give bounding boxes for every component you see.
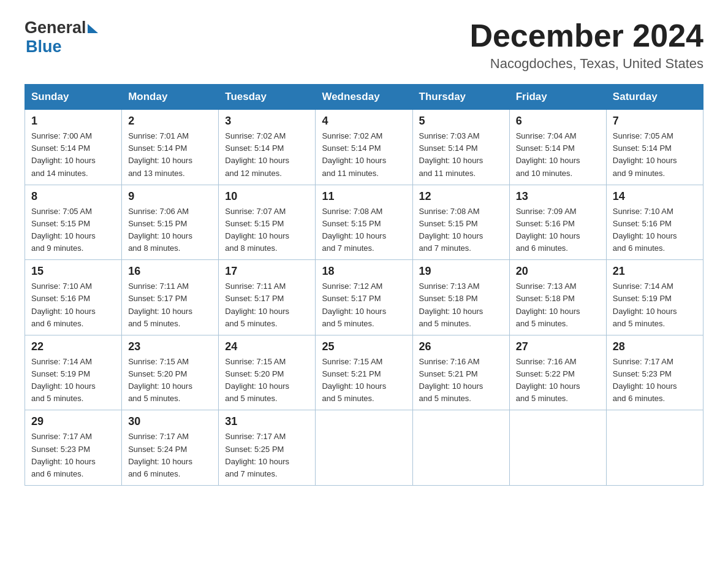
calendar-cell: 18 Sunrise: 7:12 AMSunset: 5:17 PMDaylig… [316,260,412,335]
calendar-cell: 16 Sunrise: 7:11 AMSunset: 5:17 PMDaylig… [122,260,219,335]
calendar-cell: 24 Sunrise: 7:15 AMSunset: 5:20 PMDaylig… [219,335,316,410]
calendar-cell: 23 Sunrise: 7:15 AMSunset: 5:20 PMDaylig… [122,335,219,410]
day-number: 8 [31,190,115,203]
calendar-cell: 1 Sunrise: 7:00 AMSunset: 5:14 PMDayligh… [25,110,122,185]
calendar-cell: 11 Sunrise: 7:08 AMSunset: 5:15 PMDaylig… [316,185,412,260]
header-thursday: Thursday [412,85,509,110]
week-row-5: 29 Sunrise: 7:17 AMSunset: 5:23 PMDaylig… [25,410,703,486]
calendar-cell: 29 Sunrise: 7:17 AMSunset: 5:23 PMDaylig… [25,410,122,486]
calendar-cell: 20 Sunrise: 7:13 AMSunset: 5:18 PMDaylig… [509,260,606,335]
day-number: 20 [516,265,600,278]
calendar-cell: 5 Sunrise: 7:03 AMSunset: 5:14 PMDayligh… [412,110,509,185]
calendar-cell: 8 Sunrise: 7:05 AMSunset: 5:15 PMDayligh… [25,185,122,260]
day-number: 19 [419,265,503,278]
day-info: Sunrise: 7:05 AMSunset: 5:15 PMDaylight:… [31,207,96,253]
calendar-header-row: SundayMondayTuesdayWednesdayThursdayFrid… [25,85,703,110]
header-saturday: Saturday [606,85,703,110]
day-info: Sunrise: 7:08 AMSunset: 5:15 PMDaylight:… [322,207,386,253]
calendar-cell: 13 Sunrise: 7:09 AMSunset: 5:16 PMDaylig… [509,185,606,260]
calendar-cell: 3 Sunrise: 7:02 AMSunset: 5:14 PMDayligh… [219,110,316,185]
calendar-cell: 10 Sunrise: 7:07 AMSunset: 5:15 PMDaylig… [219,185,316,260]
day-info: Sunrise: 7:17 AMSunset: 5:25 PMDaylight:… [225,432,289,478]
day-number: 21 [613,265,697,278]
calendar-cell: 4 Sunrise: 7:02 AMSunset: 5:14 PMDayligh… [316,110,412,185]
calendar-cell: 14 Sunrise: 7:10 AMSunset: 5:16 PMDaylig… [606,185,703,260]
calendar-cell [316,410,412,486]
day-number: 11 [322,190,406,203]
day-number: 1 [31,115,115,128]
title-area: December 2024 Nacogdoches, Texas, United… [469,18,703,72]
day-info: Sunrise: 7:09 AMSunset: 5:16 PMDaylight:… [516,207,580,253]
logo-general-text: General [25,18,86,37]
day-info: Sunrise: 7:10 AMSunset: 5:16 PMDaylight:… [613,207,677,253]
day-info: Sunrise: 7:11 AMSunset: 5:17 PMDaylight:… [225,282,289,327]
calendar-cell: 7 Sunrise: 7:05 AMSunset: 5:14 PMDayligh… [606,110,703,185]
day-number: 31 [225,415,309,428]
day-info: Sunrise: 7:08 AMSunset: 5:15 PMDaylight:… [419,207,483,253]
day-number: 7 [613,115,697,128]
day-info: Sunrise: 7:15 AMSunset: 5:20 PMDaylight:… [225,357,289,403]
header-wednesday: Wednesday [316,85,412,110]
week-row-4: 22 Sunrise: 7:14 AMSunset: 5:19 PMDaylig… [25,335,703,410]
location-title: Nacogdoches, Texas, United States [469,56,703,72]
day-number: 2 [128,115,212,128]
logo: General Blue [25,18,98,56]
day-info: Sunrise: 7:01 AMSunset: 5:14 PMDaylight:… [128,131,192,177]
day-info: Sunrise: 7:11 AMSunset: 5:17 PMDaylight:… [128,282,192,327]
calendar-cell [412,410,509,486]
header-sunday: Sunday [25,85,122,110]
calendar-cell: 15 Sunrise: 7:10 AMSunset: 5:16 PMDaylig… [25,260,122,335]
day-number: 12 [419,190,503,203]
header-monday: Monday [122,85,219,110]
day-number: 5 [419,115,503,128]
day-info: Sunrise: 7:03 AMSunset: 5:14 PMDaylight:… [419,131,483,177]
day-info: Sunrise: 7:04 AMSunset: 5:14 PMDaylight:… [516,131,580,177]
day-number: 9 [128,190,212,203]
page-header: General Blue December 2024 Nacogdoches, … [25,18,703,72]
header-friday: Friday [509,85,606,110]
calendar-cell: 27 Sunrise: 7:16 AMSunset: 5:22 PMDaylig… [509,335,606,410]
day-number: 26 [419,340,503,353]
calendar-cell [606,410,703,486]
logo-triangle-icon [88,24,98,33]
day-number: 15 [31,265,115,278]
day-number: 18 [322,265,406,278]
day-info: Sunrise: 7:02 AMSunset: 5:14 PMDaylight:… [322,131,386,177]
calendar-cell: 31 Sunrise: 7:17 AMSunset: 5:25 PMDaylig… [219,410,316,486]
calendar-cell: 12 Sunrise: 7:08 AMSunset: 5:15 PMDaylig… [412,185,509,260]
calendar-cell: 22 Sunrise: 7:14 AMSunset: 5:19 PMDaylig… [25,335,122,410]
day-number: 3 [225,115,309,128]
day-info: Sunrise: 7:17 AMSunset: 5:23 PMDaylight:… [31,432,96,478]
day-number: 24 [225,340,309,353]
day-number: 29 [31,415,115,428]
day-number: 13 [516,190,600,203]
day-number: 10 [225,190,309,203]
calendar-cell [509,410,606,486]
day-info: Sunrise: 7:14 AMSunset: 5:19 PMDaylight:… [613,282,677,327]
day-number: 14 [613,190,697,203]
calendar-cell: 17 Sunrise: 7:11 AMSunset: 5:17 PMDaylig… [219,260,316,335]
day-info: Sunrise: 7:14 AMSunset: 5:19 PMDaylight:… [31,357,96,403]
day-info: Sunrise: 7:13 AMSunset: 5:18 PMDaylight:… [516,282,580,327]
day-number: 16 [128,265,212,278]
day-number: 30 [128,415,212,428]
day-number: 28 [613,340,697,353]
day-number: 25 [322,340,406,353]
calendar-cell: 25 Sunrise: 7:15 AMSunset: 5:21 PMDaylig… [316,335,412,410]
day-info: Sunrise: 7:15 AMSunset: 5:21 PMDaylight:… [322,357,386,403]
logo-blue-text: Blue [26,37,62,56]
week-row-1: 1 Sunrise: 7:00 AMSunset: 5:14 PMDayligh… [25,110,703,185]
day-info: Sunrise: 7:15 AMSunset: 5:20 PMDaylight:… [128,357,192,403]
day-number: 4 [322,115,406,128]
day-info: Sunrise: 7:17 AMSunset: 5:23 PMDaylight:… [613,357,677,403]
day-info: Sunrise: 7:07 AMSunset: 5:15 PMDaylight:… [225,207,289,253]
week-row-2: 8 Sunrise: 7:05 AMSunset: 5:15 PMDayligh… [25,185,703,260]
day-number: 23 [128,340,212,353]
calendar-cell: 28 Sunrise: 7:17 AMSunset: 5:23 PMDaylig… [606,335,703,410]
day-info: Sunrise: 7:12 AMSunset: 5:17 PMDaylight:… [322,282,386,327]
header-tuesday: Tuesday [219,85,316,110]
day-info: Sunrise: 7:16 AMSunset: 5:21 PMDaylight:… [419,357,483,403]
day-number: 6 [516,115,600,128]
month-title: December 2024 [469,18,703,53]
day-info: Sunrise: 7:13 AMSunset: 5:18 PMDaylight:… [419,282,483,327]
